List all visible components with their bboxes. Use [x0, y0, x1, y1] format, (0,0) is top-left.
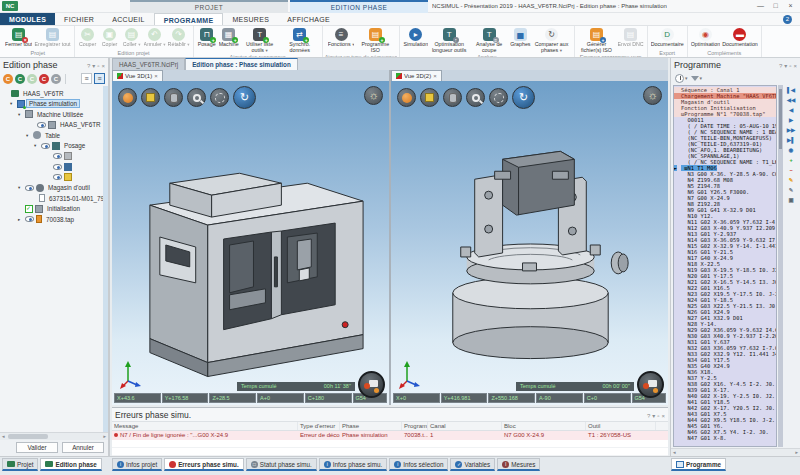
tree-item[interactable]: [0, 151, 108, 162]
phase-paste-icon[interactable]: C: [27, 74, 37, 84]
bottom-dock-tab[interactable]: Erreurs phase simu.: [164, 458, 244, 471]
ribbon-button[interactable]: T+ Utiliser liste outils ▾: [240, 27, 280, 53]
phase-duplicate-icon[interactable]: C: [15, 74, 25, 84]
add-block-icon[interactable]: +: [789, 157, 792, 164]
cylinder-view-icon[interactable]: [443, 88, 462, 107]
tree-item[interactable]: HAAS_VF6TR: [0, 120, 108, 131]
panel-control-icon[interactable]: ▫: [657, 413, 659, 419]
tree-item[interactable]: ▾ Table: [0, 130, 108, 141]
panel-control-icon[interactable]: ▾: [92, 63, 95, 69]
error-column-header[interactable]: Program...: [402, 422, 428, 430]
code-vertical-scrollbar[interactable]: [778, 85, 783, 447]
window-control-button[interactable]: ×: [783, 0, 798, 12]
machine-status-hud-icon[interactable]: [637, 371, 664, 398]
ribbon-tab[interactable]: MESURES: [223, 13, 278, 25]
panel-control-icon[interactable]: ▾: [652, 413, 655, 419]
ribbon-button[interactable]: ≡ Fonctions ▾: [327, 27, 356, 48]
notification-badge[interactable]: 2: [783, 15, 792, 24]
history-clock-icon[interactable]: ▾: [675, 74, 688, 83]
panel-control-icon[interactable]: ?: [87, 63, 90, 69]
code-line[interactable]: N47 G01 X-8.: [674, 435, 776, 441]
go-first-block-icon[interactable]: ▌◀: [787, 87, 795, 94]
tree-expander-icon[interactable]: ▾: [34, 143, 41, 148]
tree-item[interactable]: HAAS_VF6TR: [0, 88, 108, 99]
tree-item[interactable]: Initialisation: [0, 204, 108, 215]
go-last-block-icon[interactable]: ▶▌: [787, 137, 795, 144]
ribbon-tab[interactable]: AFFICHAGE: [278, 13, 339, 25]
tree-expander-icon[interactable]: ▸: [18, 217, 25, 222]
document-tab[interactable]: HAAS_VF6TR.NciPrj: [112, 58, 185, 70]
bottom-dock-tab[interactable]: I Mesures: [497, 458, 540, 471]
panel-control-icon[interactable]: ×: [661, 413, 665, 419]
ribbon-button[interactable]: ⇄+ Synchro. données: [280, 27, 320, 53]
tree-expander-icon[interactable]: ▾: [18, 112, 25, 117]
phase-new-icon[interactable]: C: [3, 74, 13, 84]
tree-horizontal-scrollbar[interactable]: [0, 432, 108, 440]
window-control-button[interactable]: —: [753, 0, 768, 12]
ribbon-button[interactable]: ↷ Rétablir ▾: [167, 27, 191, 48]
panel-action-button[interactable]: Valider: [16, 442, 58, 453]
panel-action-button[interactable]: Annuler: [62, 442, 104, 453]
ribbon-button[interactable]: ✂ Couper: [77, 27, 99, 48]
find-block-icon[interactable]: ◉: [789, 147, 794, 154]
go-previous-sequence-icon[interactable]: ◀◀: [787, 97, 795, 104]
panel-control-icon[interactable]: ×: [101, 63, 105, 69]
tree-item[interactable]: [0, 162, 108, 173]
tree-expander-icon[interactable]: ▾: [10, 101, 17, 106]
section-view-icon[interactable]: [489, 88, 508, 107]
ribbon-button[interactable]: ▦+ Machine: [218, 27, 240, 48]
refresh-view-icon[interactable]: ↻: [233, 86, 256, 109]
left-panel-tab[interactable]: Edition phase: [40, 458, 101, 471]
window-control-button[interactable]: □: [768, 0, 783, 12]
cube-view-icon[interactable]: [141, 88, 160, 107]
view-settings-gear-icon[interactable]: ☼: [364, 86, 383, 105]
error-column-header[interactable]: Bloc: [502, 422, 586, 430]
ribbon-button[interactable]: ↻ Comparer aux phases ▾: [532, 27, 572, 53]
ribbon-button[interactable]: ▤ Envoi DNC: [617, 27, 645, 48]
tree-item[interactable]: [0, 172, 108, 183]
bottom-dock-tab[interactable]: ✓ Variables: [450, 458, 495, 471]
list-view-icon[interactable]: ≡: [81, 73, 92, 84]
close-view-icon[interactable]: ×: [154, 71, 158, 81]
error-column-header[interactable]: Message: [112, 422, 298, 430]
error-column-header[interactable]: Phase: [340, 422, 402, 430]
view-settings-gear-icon[interactable]: ☼: [643, 86, 662, 105]
error-column-header[interactable]: Canal: [428, 422, 502, 430]
programme-dock-tab[interactable]: Programme: [671, 458, 726, 471]
edit-block-icon[interactable]: ✎: [789, 187, 794, 194]
ribbon-tab[interactable]: PROGRAMME: [154, 13, 224, 25]
zoom-icon[interactable]: [187, 88, 206, 107]
panel-control-icon[interactable]: ▫: [789, 63, 791, 69]
panel-control-icon[interactable]: ▫: [97, 63, 99, 69]
ribbon-tab[interactable]: ACCUEIL: [103, 13, 153, 25]
error-column-header[interactable]: Outil: [586, 422, 656, 430]
gcode-listing[interactable]: Séquence : Canal 1Chargement Machine "HA…: [673, 85, 777, 447]
machine-3d-view[interactable]: ↻ ☼ Temps cumulé00h 11' 38'' X+43.6Y+176…: [112, 81, 389, 405]
phase-delete-icon[interactable]: C: [39, 74, 49, 84]
tree-item[interactable]: ▾ Phase simulation: [0, 99, 108, 110]
error-column-header[interactable]: Type d'erreur: [298, 422, 340, 430]
viewport-tab[interactable]: Vue 3D(2) ×: [391, 70, 442, 81]
error-row[interactable]: N7 / Fin de ligne ignorée : "...G00 X-24…: [112, 431, 668, 440]
ribbon-button[interactable]: ▤ Coller ▾: [121, 27, 143, 48]
zoom-icon[interactable]: [466, 88, 485, 107]
fixture-3d-view[interactable]: ↻ ☼ Temps cumulé00h 00' 00'' X+0Y+416.98…: [391, 81, 668, 405]
tree-expander-icon[interactable]: ▾: [26, 133, 33, 138]
panel-control-icon[interactable]: ?: [779, 63, 782, 69]
ribbon-button[interactable]: ▅ Graphes: [509, 27, 531, 48]
panel-control-icon[interactable]: ?: [647, 413, 650, 419]
section-view-icon[interactable]: [210, 88, 229, 107]
ribbon-tab[interactable]: MODULES: [0, 13, 55, 25]
phase-options-icon[interactable]: C: [51, 74, 61, 84]
refresh-view-icon[interactable]: ↻: [512, 86, 535, 109]
panel-control-icon[interactable]: ×: [793, 63, 797, 69]
remove-block-icon[interactable]: −: [789, 167, 792, 174]
ribbon-button[interactable]: ▤+ Générer fichier(s) ISO: [577, 27, 617, 53]
tree-item[interactable]: ▸ 70038.tap: [0, 214, 108, 225]
left-panel-tab[interactable]: Projet: [2, 458, 38, 471]
outline-view-icon[interactable]: ≡: [94, 73, 105, 84]
document-tab[interactable]: Edition phase : Phase simulation: [185, 58, 298, 70]
ribbon-button[interactable]: ▣ Copier: [99, 27, 121, 48]
tree-vertical-scrollbar[interactable]: [103, 86, 108, 432]
bottom-dock-tab[interactable]: i Infos sélection: [389, 458, 448, 471]
